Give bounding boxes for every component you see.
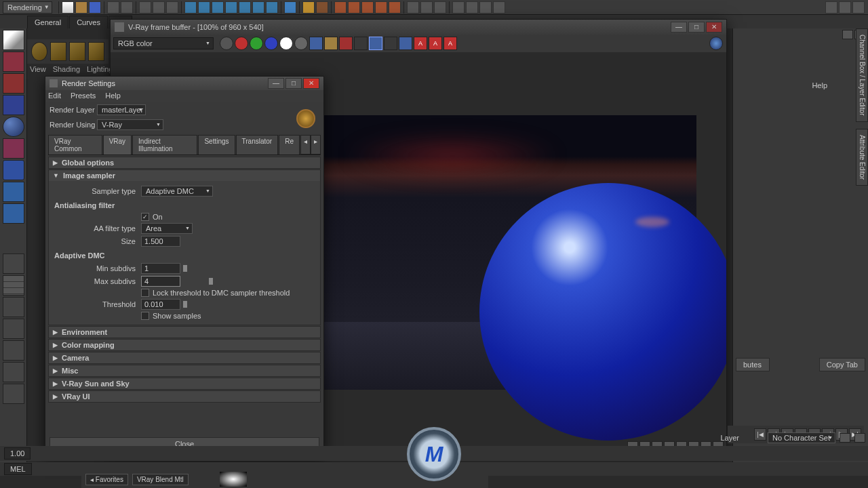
region-render-icon[interactable] bbox=[354, 37, 368, 50]
panel-3-icon[interactable] bbox=[479, 1, 492, 14]
maximize-button[interactable]: □ bbox=[688, 22, 705, 33]
snap-grid-icon[interactable] bbox=[184, 1, 197, 14]
min-subdivs-slider[interactable] bbox=[183, 265, 187, 272]
tab-vray[interactable]: VRay bbox=[103, 135, 132, 155]
viewport-shading[interactable]: Shading bbox=[53, 65, 80, 73]
two-view-h-icon[interactable] bbox=[3, 297, 24, 317]
channel-mono-icon[interactable] bbox=[294, 37, 308, 50]
attribute-editor-tab[interactable]: Attribute Editor bbox=[856, 129, 868, 186]
threshold-slider[interactable] bbox=[183, 301, 187, 308]
aa-on-checkbox[interactable]: ✓ bbox=[141, 213, 149, 221]
select-tool-icon[interactable] bbox=[3, 30, 24, 50]
charset-btn2-icon[interactable] bbox=[854, 433, 865, 443]
layout-1-icon[interactable] bbox=[407, 1, 419, 14]
render-current-icon[interactable] bbox=[302, 1, 315, 14]
channel-box-tab[interactable]: Channel Box / Layer Editor bbox=[856, 28, 868, 122]
panel-4-icon[interactable] bbox=[493, 1, 505, 14]
new-scene-icon[interactable] bbox=[62, 1, 74, 14]
tab-scroll-right[interactable]: ▸ bbox=[311, 135, 321, 155]
channel-all-icon[interactable] bbox=[220, 37, 233, 50]
min-subdivs-input[interactable] bbox=[141, 263, 180, 274]
section-misc[interactable]: ▶Misc bbox=[49, 365, 320, 376]
lasso-tool-icon[interactable] bbox=[153, 1, 165, 14]
material-swatch-icon[interactable] bbox=[220, 472, 247, 487]
section-image-sampler[interactable]: ▼Image sampler bbox=[49, 170, 320, 181]
rotate-tool-icon[interactable] bbox=[3, 117, 24, 137]
channel-blue-icon[interactable] bbox=[264, 37, 278, 50]
vfb-settings-icon[interactable] bbox=[709, 37, 723, 50]
primitive-cylinder-icon[interactable] bbox=[69, 42, 85, 61]
section-environment[interactable]: ▶Environment bbox=[49, 327, 320, 338]
channel-red-icon[interactable] bbox=[235, 37, 248, 50]
copy-tab-button[interactable]: Copy Tab bbox=[819, 358, 865, 371]
link-pdplayer-icon[interactable] bbox=[384, 37, 397, 50]
channel-green-icon[interactable] bbox=[250, 37, 263, 50]
rs-close-button[interactable]: ✕ bbox=[303, 78, 319, 89]
track-mouse-icon[interactable] bbox=[369, 37, 382, 50]
render-using-dropdown[interactable]: V-Ray bbox=[97, 119, 163, 130]
favorites-dropdown[interactable]: ◂ Favorites bbox=[85, 474, 128, 485]
panel-1-icon[interactable] bbox=[452, 1, 465, 14]
sampler-type-dropdown[interactable]: Adaptive DMC bbox=[141, 186, 213, 197]
primitive-cube-icon[interactable] bbox=[50, 42, 66, 61]
character-set-dropdown[interactable]: No Character Set bbox=[768, 432, 835, 443]
section-color-mapping[interactable]: ▶Color mapping bbox=[49, 340, 320, 350]
tab-indirect-illumination[interactable]: Indirect Illumination bbox=[132, 135, 197, 155]
outliner-icon[interactable] bbox=[3, 384, 24, 404]
current-frame-field[interactable]: 1.00 bbox=[4, 447, 31, 460]
workspace-dropdown[interactable]: Rendering bbox=[3, 1, 52, 14]
aa-size-input[interactable] bbox=[141, 236, 180, 247]
snap-toggle-icon[interactable] bbox=[266, 1, 278, 14]
four-view-icon[interactable] bbox=[3, 275, 24, 296]
mel-label[interactable]: MEL bbox=[4, 463, 32, 475]
move-tool-icon[interactable] bbox=[3, 95, 24, 115]
rs-menu-edit[interactable]: Edit bbox=[48, 92, 61, 101]
universal-manip-icon[interactable] bbox=[3, 160, 24, 180]
aa-filter-type-dropdown[interactable]: Area bbox=[141, 223, 193, 234]
force-color-clamping-icon[interactable] bbox=[399, 37, 412, 50]
channel-alpha-icon[interactable] bbox=[279, 37, 293, 50]
dock-1-icon[interactable] bbox=[825, 1, 837, 14]
history-5-icon[interactable] bbox=[389, 1, 401, 14]
viewport-view[interactable]: View bbox=[30, 65, 46, 73]
close-button[interactable]: ✕ bbox=[706, 22, 722, 33]
three-view-icon[interactable] bbox=[3, 340, 24, 361]
clear-image-icon[interactable] bbox=[339, 37, 353, 50]
max-subdivs-input[interactable] bbox=[141, 276, 180, 287]
compare-a-icon[interactable]: A bbox=[414, 37, 427, 50]
tab-vray-common[interactable]: VRay Common bbox=[48, 135, 102, 155]
redo-icon[interactable] bbox=[121, 1, 133, 14]
compare-b-icon[interactable]: A bbox=[429, 37, 442, 50]
dock-2-icon[interactable] bbox=[839, 1, 851, 14]
tab-translator[interactable]: Translator bbox=[236, 135, 279, 155]
layout-3-icon[interactable] bbox=[434, 1, 446, 14]
charset-btn1-icon[interactable] bbox=[840, 433, 850, 443]
compare-ab-icon[interactable]: A bbox=[443, 37, 457, 50]
persp-icon[interactable] bbox=[3, 362, 24, 382]
panel-2-icon[interactable] bbox=[466, 1, 478, 14]
section-global-options[interactable]: ▶Global options bbox=[49, 157, 320, 168]
undo-icon[interactable] bbox=[107, 1, 119, 14]
open-scene-icon[interactable] bbox=[75, 1, 87, 14]
ipr-render-icon[interactable] bbox=[316, 1, 328, 14]
render-layer-dropdown[interactable]: masterLayer bbox=[97, 104, 146, 115]
lock-threshold-checkbox[interactable] bbox=[141, 289, 149, 297]
two-view-v-icon[interactable] bbox=[3, 319, 24, 339]
soft-select-icon[interactable] bbox=[3, 182, 24, 202]
minimize-button[interactable]: — bbox=[671, 22, 687, 33]
load-image-icon[interactable] bbox=[324, 37, 338, 50]
snap-curve-icon[interactable] bbox=[198, 1, 210, 14]
show-manip-icon[interactable] bbox=[3, 203, 24, 224]
show-samples-checkbox[interactable] bbox=[141, 312, 149, 320]
layout-2-icon[interactable] bbox=[420, 1, 433, 14]
right-help[interactable]: Help bbox=[812, 81, 827, 89]
select-tool-icon[interactable] bbox=[139, 1, 151, 14]
scale-tool-icon[interactable] bbox=[3, 138, 24, 159]
rs-menu-help[interactable]: Help bbox=[105, 92, 121, 101]
tab-general[interactable]: General bbox=[27, 16, 68, 28]
dock-3-icon[interactable] bbox=[852, 1, 865, 14]
tab-curves[interactable]: Curves bbox=[69, 16, 108, 28]
section-vray-ui[interactable]: ▶VRay UI bbox=[49, 391, 320, 402]
save-image-icon[interactable] bbox=[309, 37, 323, 50]
tab-settings[interactable]: Settings bbox=[198, 135, 235, 155]
